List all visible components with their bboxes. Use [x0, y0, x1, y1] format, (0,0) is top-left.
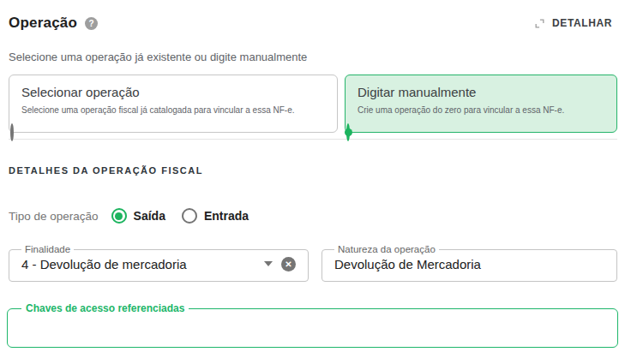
card-manual-entry-title: Digitar manualmente — [358, 85, 604, 99]
operation-type-row: Tipo de operação Saída Entrada — [9, 208, 617, 224]
radio-saida[interactable] — [111, 208, 127, 224]
referenced-keys-input[interactable] — [18, 314, 607, 337]
operation-type-label: Tipo de operação — [9, 210, 99, 223]
radio-saida-label: Saída — [134, 209, 165, 223]
clear-icon[interactable]: ✕ — [281, 257, 296, 272]
referenced-keys-field: Chaves de acesso referenciadas — [7, 302, 618, 348]
detail-button[interactable]: DETALHAR — [529, 14, 617, 33]
card-manual-entry-description: Crie uma operação do zero para vincular … — [358, 105, 604, 115]
natureza-input[interactable] — [333, 254, 606, 273]
operation-mode-cards: Selecionar operação Selecione uma operaç… — [9, 75, 617, 133]
radio-select-operation[interactable] — [10, 123, 14, 141]
radio-entrada[interactable] — [182, 208, 197, 224]
card-select-operation-title: Selecionar operação — [21, 85, 325, 99]
natureza-label: Natureza da operação — [334, 244, 439, 254]
referenced-keys-label: Chaves de acesso referenciadas — [21, 302, 189, 314]
operation-type-radio-group: Saída Entrada — [111, 208, 249, 224]
card-manual-entry[interactable]: Digitar manualmente Crie uma operação do… — [345, 75, 617, 133]
page-title: Operação — [9, 15, 77, 32]
radio-manual-entry[interactable] — [346, 123, 350, 141]
card-select-operation-description: Selecione uma operação fiscal já catalog… — [21, 105, 325, 115]
expand-corners-icon — [534, 18, 545, 29]
radio-option-entrada[interactable]: Entrada — [182, 208, 249, 224]
card-select-operation[interactable]: Selecionar operação Selecione uma operaç… — [9, 75, 338, 133]
header: Operação ? DETALHAR — [9, 0, 617, 33]
radio-entrada-label: Entrada — [204, 209, 249, 223]
caret-down-icon[interactable] — [264, 261, 273, 266]
subtitle: Selecione uma operação já existente ou d… — [9, 51, 617, 63]
fields-row: Finalidade ✕ Natureza da operação — [9, 244, 617, 282]
divider — [9, 139, 617, 140]
finalidade-label: Finalidade — [21, 244, 74, 254]
radio-option-saida[interactable]: Saída — [111, 208, 165, 224]
operation-form: Operação ? DETALHAR Selecione uma operaç… — [0, 0, 625, 348]
finalidade-select[interactable] — [20, 254, 255, 273]
section-header: DETALHES DA OPERAÇÃO FISCAL — [9, 165, 617, 176]
detail-button-label: DETALHAR — [552, 17, 612, 29]
finalidade-field: Finalidade ✕ — [9, 244, 309, 282]
natureza-field: Natureza da operação — [322, 244, 617, 282]
help-icon[interactable]: ? — [85, 17, 98, 30]
